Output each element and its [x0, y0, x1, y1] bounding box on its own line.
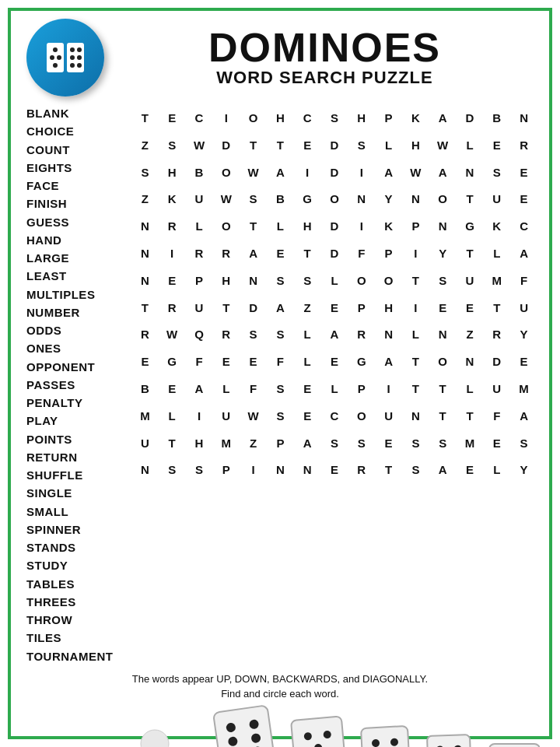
- word-item: PLAY: [26, 412, 124, 430]
- page-border: DOMINOES WORD SEARCH PUZZLE BLANKCHOICEC…: [8, 8, 552, 739]
- grid-cell: E: [457, 457, 484, 484]
- grid-cell: S: [159, 132, 186, 159]
- puzzle-area: TECIOHCSHPKADBNZSWDTTEDSLHWLERSHBOWAIDIA…: [128, 100, 541, 665]
- grid-cell: P: [402, 212, 429, 240]
- grid-cell: F: [483, 402, 510, 430]
- grid-cell: G: [294, 185, 321, 212]
- grid-cell: L: [186, 212, 213, 240]
- grid-cell: D: [483, 348, 510, 375]
- domino-icon: [47, 43, 84, 72]
- grid-cell: F: [186, 348, 213, 375]
- grid-cell: T: [131, 104, 159, 132]
- grid-cell: R: [212, 240, 240, 267]
- main-title: DOMINOES: [208, 27, 441, 68]
- content-area: BLANKCHOICECOUNTEIGHTSFACEFINISHGUESSHAN…: [11, 100, 549, 665]
- grid-cell: S: [348, 430, 375, 457]
- grid-cell: N: [131, 267, 159, 294]
- grid-cell: T: [457, 185, 484, 212]
- word-item: THREES: [26, 593, 124, 611]
- word-item: TOURNAMENT: [26, 647, 124, 665]
- image-section: [11, 705, 549, 747]
- grid-cell: L: [457, 132, 484, 159]
- svg-point-1: [141, 730, 169, 747]
- word-item: CHOICE: [26, 122, 124, 140]
- grid-cell: S: [186, 457, 213, 484]
- grid-cell: W: [212, 185, 240, 212]
- grid-cell: C: [510, 212, 537, 240]
- grid-cell: E: [159, 267, 186, 294]
- word-item: GUESS: [26, 213, 124, 231]
- grid-cell: T: [483, 294, 510, 321]
- grid-cell: L: [321, 267, 348, 294]
- grid-cell: A: [267, 294, 294, 321]
- grid-cell: F: [267, 348, 294, 375]
- word-item: PENALTY: [26, 394, 124, 412]
- grid-cell: L: [402, 321, 429, 349]
- grid-cell: S: [321, 430, 348, 457]
- grid-cell: G: [159, 348, 186, 375]
- word-item: COUNT: [26, 141, 124, 159]
- grid-cell: W: [429, 132, 457, 159]
- grid-cell: N: [375, 321, 402, 349]
- grid-cell: D: [457, 104, 484, 132]
- grid-cell: U: [375, 402, 402, 430]
- grid-cell: W: [240, 159, 267, 186]
- grid-cell: O: [212, 212, 240, 240]
- grid-cell: F: [240, 375, 267, 402]
- grid-cell: T: [375, 457, 402, 484]
- word-item: EIGHTS: [26, 159, 124, 177]
- grid-cell: S: [402, 457, 429, 484]
- grid-cell: L: [375, 132, 402, 159]
- grid-cell: N: [429, 212, 457, 240]
- grid-cell: N: [348, 185, 375, 212]
- grid-cell: M: [131, 402, 159, 430]
- grid-cell: N: [429, 321, 457, 349]
- word-item: SMALL: [26, 503, 124, 521]
- grid-cell: R: [348, 457, 375, 484]
- grid-cell: B: [483, 104, 510, 132]
- grid-cell: I: [186, 402, 213, 430]
- word-item: OPPONENT: [26, 358, 124, 376]
- grid-cell: L: [483, 240, 510, 267]
- svg-rect-28: [361, 726, 412, 747]
- grid-cell: P: [348, 375, 375, 402]
- grid-cell: D: [321, 212, 348, 240]
- word-item: STUDY: [26, 556, 124, 574]
- grid-cell: T: [457, 402, 484, 430]
- grid-cell: E: [159, 375, 186, 402]
- grid-cell: R: [159, 212, 186, 240]
- grid-cell: P: [267, 430, 294, 457]
- word-item: FACE: [26, 177, 124, 195]
- grid-cell: H: [294, 212, 321, 240]
- grid-cell: P: [186, 267, 213, 294]
- grid-cell: T: [159, 430, 186, 457]
- word-item: MULTIPLES: [26, 286, 124, 303]
- grid-cell: N: [457, 159, 484, 186]
- grid-cell: W: [159, 321, 186, 349]
- grid-cell: L: [267, 212, 294, 240]
- grid-cell: E: [294, 375, 321, 402]
- grid-cell: A: [240, 240, 267, 267]
- grid-cell: H: [267, 104, 294, 132]
- grid-cell: S: [321, 104, 348, 132]
- grid-cell: S: [267, 267, 294, 294]
- word-item: BLANK: [26, 104, 124, 122]
- grid-cell: B: [131, 375, 159, 402]
- svg-rect-2: [213, 705, 282, 747]
- grid-cell: I: [348, 159, 375, 186]
- grid-cell: K: [402, 104, 429, 132]
- word-item: SHUFFLE: [26, 466, 124, 484]
- domino-left-half: [47, 43, 64, 72]
- grid-cell: L: [294, 321, 321, 349]
- word-item: TABLES: [26, 575, 124, 593]
- grid-cell: L: [321, 375, 348, 402]
- grid-cell: L: [212, 375, 240, 402]
- grid-cell: N: [402, 185, 429, 212]
- logo-circle: [26, 19, 104, 96]
- grid-cell: T: [240, 132, 267, 159]
- grid-cell: R: [186, 240, 213, 267]
- grid-cell: N: [294, 457, 321, 484]
- grid-cell: E: [321, 457, 348, 484]
- grid-cell: T: [457, 240, 484, 267]
- grid-cell: H: [375, 294, 402, 321]
